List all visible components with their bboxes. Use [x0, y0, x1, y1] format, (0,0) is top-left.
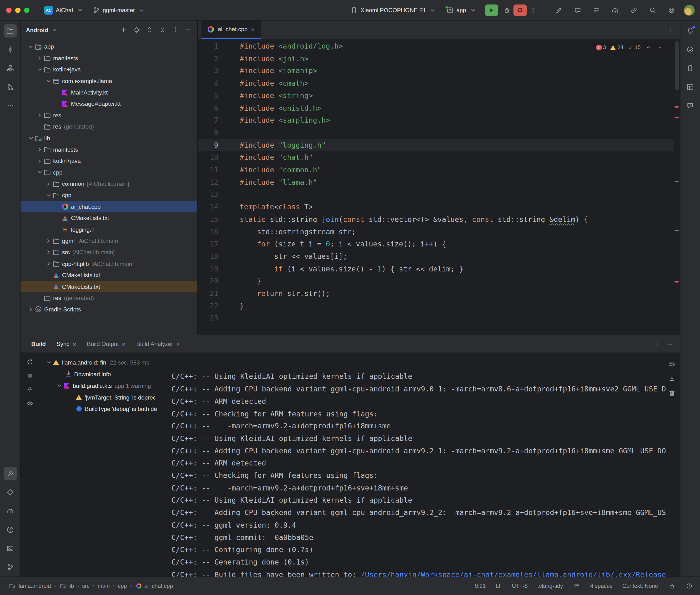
line-number[interactable]: 20	[198, 275, 218, 287]
code-line[interactable]: for (size_t i = 0; i < values.size(); i+…	[240, 238, 680, 251]
device-manager-icon[interactable]	[683, 62, 697, 75]
chevron-right-icon[interactable]	[36, 158, 43, 165]
line-number[interactable]: 14	[198, 201, 218, 213]
editor-tab-ai-chat-cpp[interactable]: ai_chat.cpp ×	[201, 21, 261, 39]
code-line[interactable]: return str.str();	[240, 287, 680, 300]
zoom-window-button[interactable]	[24, 7, 29, 12]
breadcrumb-item-ai-chat-cpp[interactable]: ai_chat.cpp	[135, 583, 173, 590]
chevron-right-icon[interactable]	[45, 249, 52, 256]
build-tab-sync[interactable]: Sync×	[56, 340, 76, 347]
chevron-right-icon[interactable]	[45, 260, 52, 267]
stop-button[interactable]	[513, 4, 527, 16]
code-line[interactable]	[240, 127, 680, 139]
more-actions-kebab[interactable]	[527, 4, 539, 16]
options-kebab-icon[interactable]	[171, 26, 179, 34]
chevron-down-icon[interactable]	[45, 77, 52, 85]
gradle-tool-icon[interactable]	[683, 43, 697, 56]
line-number[interactable]: 6	[198, 102, 218, 114]
filter-eye-icon[interactable]	[26, 400, 34, 407]
line-number[interactable]: 17	[198, 238, 218, 251]
code-editor[interactable]: 1234567891011121314151617181920212223 #i…	[198, 39, 680, 335]
close-tab-icon[interactable]: ×	[73, 341, 76, 347]
layout-inspector-icon[interactable]	[683, 80, 697, 93]
ai-assistant-icon[interactable]	[553, 4, 565, 16]
prev-inspection-icon[interactable]	[645, 44, 652, 51]
close-tab-icon[interactable]: ×	[251, 26, 255, 32]
code-line[interactable]: #include "llama.h"	[240, 176, 680, 189]
device-mirroring-icon[interactable]	[627, 4, 640, 16]
indent-size[interactable]: 4 spaces	[590, 583, 613, 589]
tree-item-common[interactable]: common[AiChat.lib.main]	[21, 178, 197, 190]
error-stripe-mark[interactable]	[674, 106, 678, 108]
tree-item-com-example-llama[interactable]: com.example.llama	[21, 75, 197, 87]
tab-options-kebab-icon[interactable]	[666, 26, 674, 33]
caret-position[interactable]: 9:21	[475, 583, 486, 589]
code-line[interactable]: #include <iomanip>	[240, 65, 680, 77]
notifications-icon[interactable]	[683, 24, 697, 37]
chevron-down-icon[interactable]	[27, 135, 34, 142]
vcs-stripe-mark[interactable]	[674, 181, 678, 182]
build-tool-icon[interactable]	[3, 467, 17, 480]
tree-item-cmakelists-txt[interactable]: CMakeLists.txt	[21, 213, 197, 224]
tree-item-ai-chat-cpp[interactable]: ai_chat.cpp	[21, 201, 197, 213]
line-number[interactable]: 8	[198, 127, 218, 139]
context-widget[interactable]: Context: None	[622, 583, 658, 589]
scroll-to-end-icon[interactable]	[668, 375, 675, 382]
line-number[interactable]: 18	[198, 250, 218, 263]
line-number[interactable]: 11	[198, 164, 218, 176]
chevron-down-icon[interactable]	[36, 66, 43, 73]
line-number[interactable]: 1	[198, 40, 218, 53]
error-stripe-mark[interactable]	[674, 117, 678, 118]
chevron-down-icon[interactable]	[27, 43, 34, 50]
tree-item-gradle-scripts[interactable]: Gradle Scripts	[21, 304, 197, 315]
build-options-kebab-icon[interactable]	[653, 340, 661, 347]
editor-gutter[interactable]: 1234567891011121314151617181920212223	[198, 39, 224, 335]
pin-icon[interactable]	[26, 386, 34, 393]
chevron-right-icon[interactable]	[36, 55, 43, 62]
line-number[interactable]: 22	[198, 300, 218, 312]
user-avatar[interactable]	[684, 5, 695, 16]
breadcrumb-item-lib[interactable]: lib	[59, 583, 74, 590]
line-number[interactable]: 21	[198, 287, 218, 300]
rerun-sync-icon[interactable]	[26, 358, 34, 366]
ai-chat-icon[interactable]	[571, 4, 584, 16]
tree-item-kotlin-java[interactable]: kotlin+java	[21, 155, 197, 167]
chevron-right-icon[interactable]	[36, 112, 43, 119]
terminal-tool-icon[interactable]	[3, 542, 17, 555]
run-configuration-selector[interactable]: app	[443, 5, 479, 16]
tree-item-app[interactable]: app	[21, 41, 197, 52]
tree-item-cmakelists-txt[interactable]: CMakeLists.txt	[21, 281, 197, 292]
project-widget[interactable]: AC AiChat	[41, 4, 86, 16]
build-tree-item-download-info[interactable]: Download info	[39, 368, 170, 380]
build-tree-item-build-gradle-kts[interactable]: build.gradle.ktsapp 1 warning	[39, 380, 170, 391]
chevron-down-icon[interactable]	[36, 169, 43, 176]
more-tool-windows-icon[interactable]	[3, 99, 17, 112]
inspections-widget[interactable]: !3 24 15	[593, 42, 666, 52]
code-line[interactable]	[240, 189, 680, 201]
tree-item-kotlin-java[interactable]: kotlin+java	[21, 64, 197, 75]
minimize-window-button[interactable]	[15, 7, 21, 12]
chevron-down-icon[interactable]	[55, 382, 63, 389]
dependencies-tool-icon[interactable]	[3, 485, 17, 499]
pull-requests-tool-icon[interactable]	[3, 80, 17, 93]
stop-sync-icon[interactable]	[26, 372, 34, 379]
collapse-all-icon[interactable]	[159, 26, 166, 34]
line-ending[interactable]: LF	[496, 583, 502, 589]
profiler-tool-icon[interactable]	[3, 504, 17, 518]
tree-item-cpp-httplib[interactable]: cpp-httplib[AiChat.lib.main]	[21, 258, 197, 270]
run-button[interactable]	[485, 4, 498, 16]
vcs-stripe-mark[interactable]	[674, 230, 678, 231]
code-line[interactable]: #include <jni.h>	[240, 53, 680, 65]
tree-item-logging-h[interactable]: Hlogging.h	[21, 224, 197, 235]
tree-item-res[interactable]: res	[21, 110, 197, 121]
task-list-icon[interactable]	[590, 4, 603, 16]
code-line[interactable]: static std::string join(const std::vecto…	[240, 213, 680, 226]
add-icon[interactable]	[119, 26, 127, 34]
chevron-down-icon[interactable]	[51, 26, 58, 34]
tree-item-cpp[interactable]: cpp	[21, 190, 197, 201]
code-line[interactable]: str << values[i];	[240, 250, 680, 263]
console-link[interactable]: /Users/hanyin/Workspace/ai-chat/examples…	[361, 570, 666, 577]
chevron-down-icon[interactable]	[45, 359, 52, 366]
tree-item-manifests[interactable]: manifests	[21, 52, 197, 64]
build-tab-build-output[interactable]: Build Output×	[87, 340, 126, 347]
